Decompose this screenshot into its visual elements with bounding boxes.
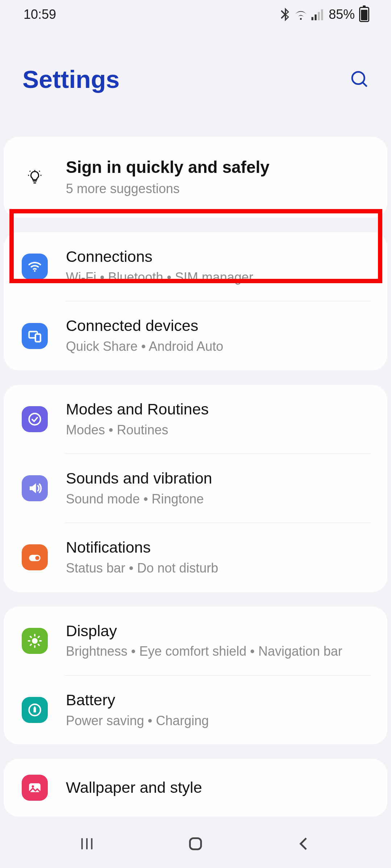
settings-row-display[interactable]: DisplayBrightness • Eye comfort shield •… [4,607,387,675]
svg-line-24 [38,644,39,645]
status-time: 10:59 [24,7,56,22]
battery-percentage: 85% [329,7,355,22]
bluetooth-icon [280,8,290,21]
svg-point-11 [34,270,36,272]
settings-row-battery[interactable]: BatteryPower saving • Charging [4,676,387,744]
page-title: Settings [22,65,119,93]
settings-row-wallpaper-style[interactable]: Wallpaper and style [4,759,387,817]
settings-row-connected-devices[interactable]: Connected devicesQuick Share • Android A… [4,301,387,370]
back-button[interactable] [296,835,312,854]
svg-rect-0 [311,17,313,20]
settings-row-notifications[interactable]: NotificationsStatus bar • Do not disturb [4,523,387,592]
row-subtitle: Brightness • Eye comfort shield • Naviga… [66,642,371,660]
home-button[interactable] [187,835,204,854]
settings-group: DisplayBrightness • Eye comfort shield •… [4,607,387,745]
battery-icon [359,7,369,22]
svg-line-26 [38,636,39,637]
row-subtitle: Power saving • Charging [66,712,371,730]
suggestion-title: Sign in quickly and safely [66,157,371,178]
home-icon [187,835,204,852]
header: Settings [0,29,391,137]
svg-line-10 [39,171,40,172]
row-title: Notifications [66,537,371,558]
navigation-bar [0,821,391,868]
row-subtitle: Modes • Routines [66,421,371,439]
status-bar: 10:59 85% [0,0,391,29]
devices-icon [22,323,48,349]
row-title: Wallpaper and style [66,778,371,798]
picture-icon [22,775,48,801]
signal-icon [311,9,324,20]
recents-button[interactable] [79,835,95,854]
lightbulb-icon [22,164,48,190]
svg-point-18 [32,638,38,644]
check-circle-icon [22,406,48,432]
svg-line-5 [363,82,367,86]
status-right: 85% [280,7,369,22]
svg-point-31 [32,786,34,788]
svg-rect-1 [315,14,316,20]
settings-group: Modes and RoutinesModes • RoutinesSounds… [4,385,387,592]
settings-row-connections[interactable]: ConnectionsWi-Fi • Bluetooth • SIM manag… [4,232,387,301]
settings-row-modes-routines[interactable]: Modes and RoutinesModes • Routines [4,385,387,454]
suggestion-card[interactable]: Sign in quickly and safely 5 more sugges… [4,137,387,218]
svg-point-17 [35,556,39,560]
sun-icon [22,628,48,654]
svg-rect-29 [34,706,35,707]
search-icon [350,69,369,89]
row-title: Sounds and vibration [66,468,371,489]
svg-rect-35 [190,838,201,850]
speaker-icon [22,475,48,501]
svg-rect-28 [34,707,36,712]
row-title: Connections [66,247,371,267]
wifi-icon [22,254,48,280]
recents-icon [79,835,95,852]
search-button[interactable] [350,69,369,89]
svg-rect-13 [35,334,41,341]
row-title: Connected devices [66,316,371,336]
row-subtitle: Sound mode • Ringtone [66,490,371,508]
back-icon [296,835,312,852]
svg-point-4 [352,72,365,84]
row-title: Display [66,621,371,641]
settings-group: Wallpaper and style [4,759,387,817]
row-title: Modes and Routines [66,399,371,420]
battery-icon [22,697,48,723]
row-subtitle: Wi-Fi • Bluetooth • SIM manager [66,268,371,286]
row-subtitle: Status bar • Do not disturb [66,559,371,577]
wifi-icon [293,9,308,20]
svg-line-25 [30,644,31,645]
row-subtitle: Quick Share • Android Auto [66,337,371,356]
settings-row-sounds-vibration[interactable]: Sounds and vibrationSound mode • Rington… [4,454,387,523]
suggestion-subtitle: 5 more suggestions [66,180,371,198]
svg-rect-2 [318,12,320,20]
switch-icon [22,544,48,570]
row-title: Battery [66,690,371,710]
svg-rect-3 [321,9,323,20]
svg-point-15 [29,413,41,425]
svg-line-23 [30,636,31,637]
settings-group: ConnectionsWi-Fi • Bluetooth • SIM manag… [4,232,387,370]
svg-line-9 [30,171,30,172]
